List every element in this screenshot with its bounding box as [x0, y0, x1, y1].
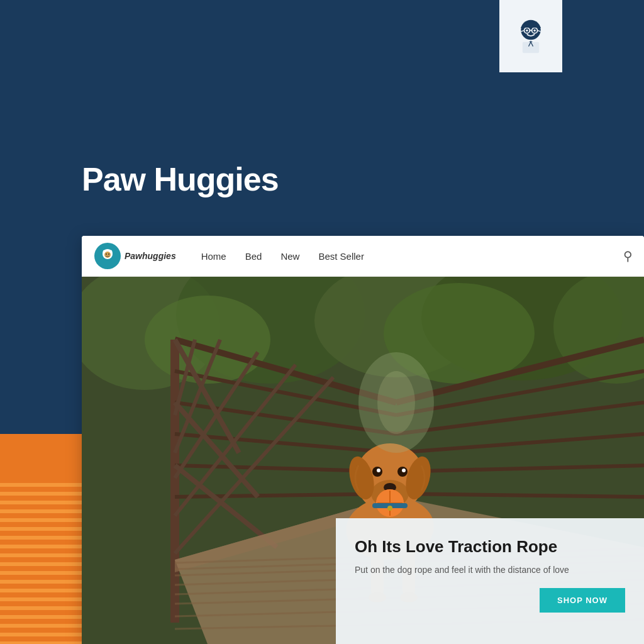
svg-point-7	[533, 29, 536, 31]
logo-circle	[94, 243, 121, 269]
nav-link-bed[interactable]: Bed	[245, 251, 262, 262]
logo-area: Pawhuggies	[94, 243, 176, 269]
nav-link-home[interactable]: Home	[201, 251, 226, 262]
svg-point-6	[526, 29, 528, 31]
website-mockup: Pawhuggies Home Bed New Best Seller ⚲	[82, 236, 644, 644]
svg-rect-8	[523, 42, 539, 53]
hero-description: Put on the dog rope and feel it with the…	[355, 564, 569, 577]
search-icon[interactable]: ⚲	[623, 248, 633, 264]
shop-now-button[interactable]: SHOP NOW	[540, 588, 625, 613]
nav-link-new[interactable]: New	[280, 251, 299, 262]
nav-link-best-seller[interactable]: Best Seller	[318, 251, 364, 262]
svg-point-77	[377, 371, 415, 434]
page-title: Paw Huggies	[82, 160, 279, 198]
logo-text: Pawhuggies	[125, 251, 176, 261]
svg-point-63	[402, 469, 406, 472]
person-avatar-icon	[509, 14, 553, 58]
hero-section: Oh Its Love Traction Rope Put on the dog…	[82, 277, 644, 644]
svg-point-16	[108, 253, 109, 255]
orange-block	[0, 434, 82, 478]
nav-links: Home Bed New Best Seller	[201, 251, 364, 262]
orange-stripes-decoration	[0, 478, 82, 644]
hero-overlay-card: Oh Its Love Traction Rope Put on the dog…	[336, 518, 644, 644]
svg-point-62	[377, 469, 380, 472]
avatar-box	[499, 0, 562, 72]
hero-title: Oh Its Love Traction Rope	[355, 537, 557, 557]
mockup-navbar: Pawhuggies Home Bed New Best Seller ⚲	[82, 236, 644, 277]
svg-point-15	[106, 253, 107, 255]
logo-icon	[98, 247, 117, 265]
svg-point-71	[387, 506, 392, 511]
